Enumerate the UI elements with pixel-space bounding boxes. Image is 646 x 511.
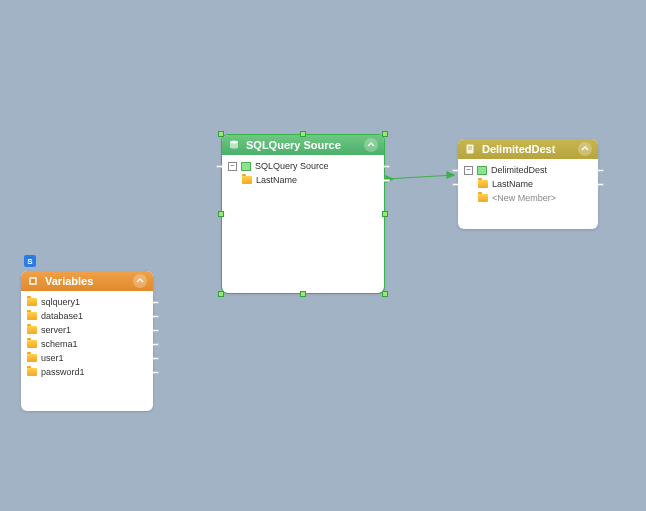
chevron-up-icon xyxy=(581,145,589,153)
expand-toggle[interactable]: − xyxy=(228,162,237,171)
tree-root[interactable]: − DelimitedDest xyxy=(464,163,592,177)
sql-query-source-node[interactable]: SQLQuery Source − SQLQuery Source LastNa… xyxy=(222,135,384,293)
resize-handle[interactable] xyxy=(218,211,224,217)
variable-item[interactable]: sqlquery1 xyxy=(27,295,147,309)
port[interactable] xyxy=(452,183,458,186)
folder-icon xyxy=(27,326,37,334)
port[interactable] xyxy=(384,165,390,168)
sticky-note-badge: S xyxy=(24,255,36,267)
collapse-button[interactable] xyxy=(133,274,147,288)
port[interactable] xyxy=(153,329,159,332)
folder-icon xyxy=(27,312,37,320)
variable-item[interactable]: password1 xyxy=(27,365,147,379)
port[interactable] xyxy=(153,315,159,318)
variables-node[interactable]: Variables sqlquery1 database1 server1 sc… xyxy=(21,271,153,411)
port[interactable] xyxy=(153,343,159,346)
variables-icon xyxy=(27,275,39,287)
variables-title: Variables xyxy=(45,275,133,287)
object-icon xyxy=(241,162,251,171)
variable-item[interactable]: user1 xyxy=(27,351,147,365)
port[interactable] xyxy=(598,169,604,172)
port[interactable] xyxy=(384,179,390,182)
resize-handle[interactable] xyxy=(382,131,388,137)
sql-source-header[interactable]: SQLQuery Source xyxy=(222,135,384,155)
new-member-row[interactable]: <New Member> xyxy=(464,191,592,205)
folder-icon xyxy=(27,354,37,362)
sql-source-title: SQLQuery Source xyxy=(246,139,364,151)
folder-icon xyxy=(27,298,37,306)
folder-icon xyxy=(27,340,37,348)
svg-marker-1 xyxy=(447,172,454,178)
tree-field[interactable]: LastName xyxy=(464,177,592,191)
variable-item[interactable]: database1 xyxy=(27,309,147,323)
canvas[interactable]: S Variables sqlquery1 database1 server1 … xyxy=(0,0,646,511)
tree-root[interactable]: − SQLQuery Source xyxy=(228,159,378,173)
sticky-badge-label: S xyxy=(27,257,32,266)
port[interactable] xyxy=(153,371,159,374)
sql-source-body: − SQLQuery Source LastName xyxy=(222,155,384,293)
dest-header[interactable]: DelimitedDest xyxy=(458,139,598,159)
file-icon xyxy=(464,143,476,155)
resize-handle[interactable] xyxy=(300,291,306,297)
resize-handle[interactable] xyxy=(300,131,306,137)
tree-field[interactable]: LastName xyxy=(228,173,378,187)
variables-body: sqlquery1 database1 server1 schema1 user… xyxy=(21,291,153,411)
svg-line-0 xyxy=(386,175,454,179)
object-icon xyxy=(477,166,487,175)
expand-toggle[interactable]: − xyxy=(464,166,473,175)
port[interactable] xyxy=(153,357,159,360)
chevron-up-icon xyxy=(367,141,375,149)
collapse-button[interactable] xyxy=(578,142,592,156)
folder-icon xyxy=(242,176,252,184)
dest-body: − DelimitedDest LastName <New Member> xyxy=(458,159,598,229)
resize-handle[interactable] xyxy=(218,291,224,297)
port[interactable] xyxy=(216,165,222,168)
dest-title: DelimitedDest xyxy=(482,143,578,155)
resize-handle[interactable] xyxy=(382,291,388,297)
port[interactable] xyxy=(153,301,159,304)
collapse-button[interactable] xyxy=(364,138,378,152)
folder-icon xyxy=(478,194,488,202)
variable-item[interactable]: server1 xyxy=(27,323,147,337)
database-icon xyxy=(228,139,240,151)
resize-handle[interactable] xyxy=(382,211,388,217)
folder-icon xyxy=(478,180,488,188)
resize-handle[interactable] xyxy=(218,131,224,137)
svg-rect-4 xyxy=(31,279,35,283)
folder-icon xyxy=(27,368,37,376)
port[interactable] xyxy=(598,183,604,186)
chevron-up-icon xyxy=(136,277,144,285)
delimited-dest-node[interactable]: DelimitedDest − DelimitedDest LastName <… xyxy=(458,139,598,229)
variable-item[interactable]: schema1 xyxy=(27,337,147,351)
variables-header[interactable]: Variables xyxy=(21,271,153,291)
port[interactable] xyxy=(452,169,458,172)
